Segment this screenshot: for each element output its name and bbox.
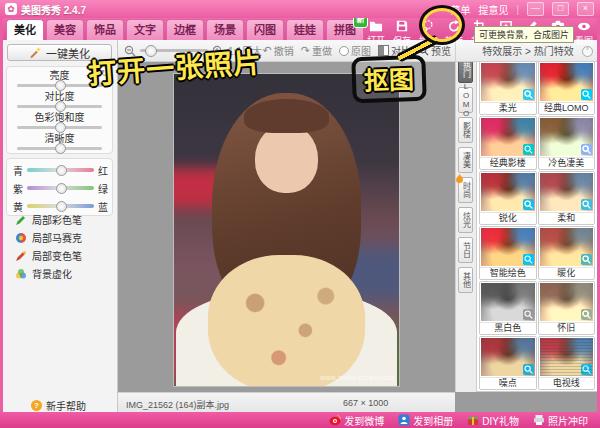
slider-thumb[interactable] xyxy=(55,80,66,91)
open-button[interactable]: 打开 xyxy=(363,19,389,47)
titlebar-separator: | xyxy=(516,4,519,15)
view-button[interactable]: 看图 xyxy=(571,19,597,47)
tab-beauty[interactable]: 美容 xyxy=(46,19,84,40)
saturation-slider[interactable] xyxy=(17,126,102,129)
cyan-red-row: 青 红 xyxy=(13,163,108,177)
tab-frame[interactable]: 边框 xyxy=(166,19,204,40)
tab-scene[interactable]: 场景 xyxy=(206,19,244,40)
magnifier-badge-icon[interactable] xyxy=(523,144,534,155)
app-window: ✿ 美图秀秀 2.4.7 菜单 提意见 | — □ × 美化 美容 饰品 文字 … xyxy=(0,0,600,428)
album-person-icon xyxy=(398,414,410,426)
magnifier-badge-icon[interactable] xyxy=(523,364,534,375)
effect-thumbnail xyxy=(481,173,535,211)
effect-grain[interactable]: 噪点 xyxy=(479,336,537,390)
category-tab-festival[interactable]: 节日 xyxy=(458,237,473,263)
effect-warm[interactable]: 暖化 xyxy=(538,226,596,280)
weibo-icon xyxy=(329,414,341,426)
tab-collage[interactable]: 拼图 新 xyxy=(326,19,364,40)
cyan-label: 青 xyxy=(13,163,23,178)
share-weibo-button[interactable]: 发到微博 xyxy=(329,413,384,428)
photo-image[interactable]: www.moko.cc/alohaca xyxy=(174,74,399,386)
share-album-button[interactable]: 发到相册 xyxy=(398,413,453,428)
save-button[interactable]: 保存 xyxy=(389,19,415,47)
magnifier-badge-icon[interactable] xyxy=(581,254,592,265)
photo-print-button[interactable]: 照片冲印 xyxy=(533,413,588,428)
sharpness-slider[interactable] xyxy=(17,147,102,150)
effect-tv-lines[interactable]: 电视线 xyxy=(538,336,596,390)
redo-button[interactable]: ↷ 重做 xyxy=(301,43,332,58)
magnifier-badge-icon[interactable] xyxy=(581,364,592,375)
app-title: 美图秀秀 2.4.7 xyxy=(21,2,86,17)
slider-thumb[interactable] xyxy=(56,201,67,212)
canvas-area: www.moko.cc/alohaca xyxy=(118,62,455,392)
local-color-pen-tool[interactable]: 局部彩色笔 xyxy=(15,212,82,227)
category-tab-glow[interactable]: 炫光 xyxy=(458,207,473,233)
slider-thumb[interactable] xyxy=(55,101,66,112)
category-tab-lomo[interactable]: LOMO xyxy=(458,87,473,113)
undo-button[interactable]: ↶ 撤销 xyxy=(263,43,294,58)
contrast-slider[interactable] xyxy=(17,105,102,108)
magnifier-badge-icon[interactable] xyxy=(523,199,534,210)
effect-thumbnail xyxy=(481,63,535,101)
tab-doll[interactable]: 娃娃 xyxy=(286,19,324,40)
file-info-strip: IMG_21562 (164)副本.jpg 667 × 1000 xyxy=(118,392,455,412)
effect-classic-studio[interactable]: 经典影楼 xyxy=(479,116,537,170)
yellow-blue-slider[interactable] xyxy=(27,204,94,208)
minimize-button[interactable]: — xyxy=(527,2,544,16)
redo-icon: ↷ xyxy=(301,45,310,56)
category-tab-studio[interactable]: 影楼 xyxy=(458,117,473,143)
tab-accessories[interactable]: 饰品 xyxy=(86,19,124,40)
effect-thumbnail xyxy=(481,228,535,266)
maximize-button[interactable]: □ xyxy=(552,2,569,16)
magnifier-badge-icon[interactable] xyxy=(523,89,534,100)
magnifier-badge-icon[interactable] xyxy=(581,144,592,155)
blur-blob-icon xyxy=(15,268,27,280)
local-recolor-pen-tool[interactable]: 局部变色笔 xyxy=(15,248,82,263)
cutout-tooltip: 可更换背景，合成图片 xyxy=(474,26,574,43)
effects-grid: 柔光 经典LOMO 经典影楼 冷色凄美 锐化 柔和 智能绘色 暖化 黑白色 xyxy=(476,58,598,392)
effect-cold-melancholy[interactable]: 冷色凄美 xyxy=(538,116,596,170)
effect-sharpen[interactable]: 锐化 xyxy=(479,171,537,225)
app-logo-flower-icon: ✿ xyxy=(5,3,17,15)
diy-gift-button[interactable]: DIY礼物 xyxy=(467,413,519,428)
effect-classic-lomo[interactable]: 经典LOMO xyxy=(538,61,596,115)
local-mosaic-tool[interactable]: 局部马赛克 xyxy=(15,230,82,245)
open-folder-icon xyxy=(369,19,383,33)
effect-nostalgia[interactable]: 怀旧 xyxy=(538,281,596,335)
slider-thumb[interactable] xyxy=(55,122,66,133)
tab-flash[interactable]: 闪图 xyxy=(246,19,284,40)
magnifier-badge-icon[interactable] xyxy=(523,254,534,265)
tab-beautify[interactable]: 美化 xyxy=(6,19,44,40)
panel-collapse-button[interactable]: ° xyxy=(582,46,593,57)
background-blur-tool[interactable]: 背景虚化 xyxy=(15,266,72,281)
slider-thumb[interactable] xyxy=(56,183,67,194)
purple-green-slider[interactable] xyxy=(27,186,94,190)
magnifier-badge-icon[interactable] xyxy=(581,89,592,100)
magnifier-badge-icon[interactable] xyxy=(523,309,534,320)
effect-soften[interactable]: 柔和 xyxy=(538,171,596,225)
printer-icon xyxy=(533,414,545,426)
magnifier-badge-icon[interactable] xyxy=(581,199,592,210)
category-tab-other[interactable]: 其他 xyxy=(458,267,473,293)
cyan-red-slider[interactable] xyxy=(27,168,94,172)
left-sidebar: 一键美化 ↻ 亮度 对比度 色彩饱和度 清晰度 青 红 紫 绿 xyxy=(3,40,118,412)
category-tab-melancholy[interactable]: 凄美 xyxy=(458,147,473,173)
flame-icon xyxy=(455,174,464,183)
beginner-help-link[interactable]: ? 新手帮助 xyxy=(31,398,86,413)
red-brush-icon xyxy=(15,250,27,262)
close-button[interactable]: × xyxy=(577,2,594,16)
tab-text[interactable]: 文字 xyxy=(126,19,164,40)
category-tab-fashion[interactable]: 时尚 xyxy=(458,177,473,203)
feedback-button[interactable]: 提意见 xyxy=(478,2,508,17)
slider-thumb[interactable] xyxy=(56,165,67,176)
effect-smart-color[interactable]: 智能绘色 xyxy=(479,226,537,280)
yellow-blue-row: 黄 蓝 xyxy=(13,199,108,213)
slider-thumb[interactable] xyxy=(55,143,66,154)
magnifier-badge-icon[interactable] xyxy=(581,309,592,320)
red-label: 红 xyxy=(98,163,108,178)
purple-green-row: 紫 绿 xyxy=(13,181,108,195)
green-pencil-icon xyxy=(15,214,27,226)
effect-black-white[interactable]: 黑白色 xyxy=(479,281,537,335)
undo-icon: ↶ xyxy=(263,45,272,56)
effect-soft-light[interactable]: 柔光 xyxy=(479,61,537,115)
